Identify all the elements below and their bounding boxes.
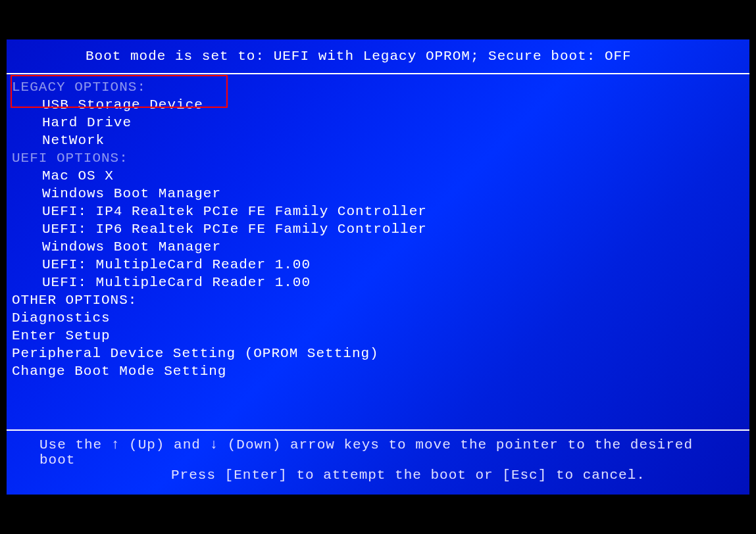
other-options-header: OTHER OPTIONS: — [7, 291, 749, 309]
legacy-options-header: LEGACY OPTIONS: — [7, 78, 749, 96]
bios-boot-menu: Boot mode is set to: UEFI with Legacy OP… — [7, 39, 749, 495]
other-option-enter-setup[interactable]: Enter Setup — [7, 327, 749, 345]
up-arrow-icon: ↑ (Up) — [111, 437, 165, 452]
boot-option-windows-boot-manager-2[interactable]: Windows Boot Manager — [7, 238, 749, 256]
boot-option-uefi-multiplecard-2[interactable]: UEFI: MultipleCard Reader 1.00 — [7, 274, 749, 291]
footer-prefix: Use the — [39, 437, 111, 452]
other-option-change-boot-mode[interactable]: Change Boot Mode Setting — [7, 362, 749, 380]
boot-option-uefi-multiplecard-1[interactable]: UEFI: MultipleCard Reader 1.00 — [7, 256, 749, 274]
boot-option-network[interactable]: NetWork — [7, 132, 749, 149]
boot-options-body: LEGACY OPTIONS: USB Storage Device Hard … — [7, 74, 749, 380]
boot-option-windows-boot-manager-1[interactable]: Windows Boot Manager — [7, 185, 749, 203]
boot-option-hard-drive[interactable]: Hard Drive — [7, 114, 749, 132]
boot-option-uefi-ip4-realtek[interactable]: UEFI: IP4 Realtek PCIe FE Family Control… — [7, 203, 749, 220]
header-text: Boot mode is set to: UEFI with Legacy OP… — [86, 49, 632, 64]
boot-option-uefi-ip6-realtek[interactable]: UEFI: IP6 Realtek PCIe FE Family Control… — [7, 220, 749, 238]
boot-option-macosx[interactable]: Mac OS X — [7, 167, 749, 185]
down-arrow-icon: ↓ (Down) — [209, 437, 281, 452]
footer-line-1: Use the ↑ (Up) and ↓ (Down) arrow keys t… — [26, 437, 730, 468]
footer-instructions: Use the ↑ (Up) and ↓ (Down) arrow keys t… — [7, 429, 749, 495]
uefi-options-header: UEFI OPTIONS: — [7, 149, 749, 167]
boot-option-usb-storage[interactable]: USB Storage Device — [7, 96, 749, 114]
other-option-peripheral-device-setting[interactable]: Peripheral Device Setting (OPROM Setting… — [7, 345, 749, 362]
other-option-diagnostics[interactable]: Diagnostics — [7, 309, 749, 327]
footer-mid: and — [164, 437, 209, 452]
footer-line-2: Press [Enter] to attempt the boot or [Es… — [26, 468, 730, 483]
boot-mode-status: Boot mode is set to: UEFI with Legacy OP… — [7, 39, 749, 74]
